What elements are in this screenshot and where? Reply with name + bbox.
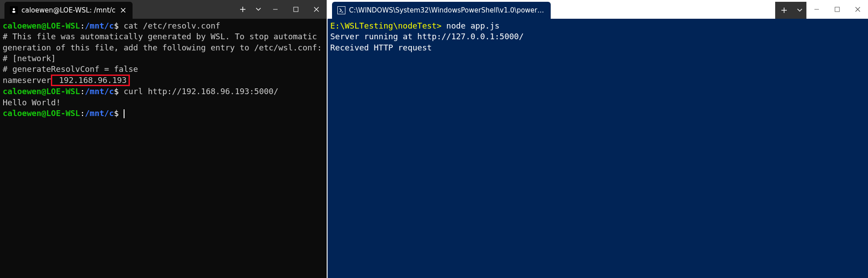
prompt-colon: : <box>80 108 85 118</box>
terminal-line: caloewen@LOE-WSL:/mnt/c$ curl http://192… <box>3 86 324 97</box>
command-text: cat /etc/resolv.conf <box>119 21 220 30</box>
maximize-button[interactable] <box>286 0 306 19</box>
wsl-tab[interactable]: caloewen@LOE-WSL: /mnt/c <box>4 2 133 19</box>
prompt-dollar: $ <box>114 108 119 118</box>
ps-terminal-body[interactable]: E:\WSLTesting\nodeTest> node app.jsServe… <box>328 19 868 278</box>
command-text: curl http://192.168.96.193:5000/ <box>119 87 278 96</box>
svg-point-1 <box>12 11 16 13</box>
terminal-line: # generateResolvConf = false <box>3 64 324 75</box>
terminal-line: E:\WSLTesting\nodeTest> node app.js <box>330 21 865 31</box>
tab-dropdown-button[interactable] <box>793 2 806 19</box>
linux-icon <box>10 6 18 14</box>
highlighted-ip: 192.168.96.193 <box>51 75 130 86</box>
cursor <box>124 109 125 118</box>
ps-titlebar-controls <box>775 0 868 19</box>
terminal-line: # This file was automatically generated … <box>3 31 324 53</box>
svg-rect-7 <box>294 7 298 12</box>
powershell-icon <box>337 6 345 14</box>
terminal-line: nameserver 192.168.96.193 <box>3 75 324 86</box>
window-close-button[interactable] <box>847 0 868 19</box>
prompt-path: /mnt/c <box>85 87 114 96</box>
prompt-dollar: $ <box>114 87 119 96</box>
ps-tab-title: C:\WINDOWS\System32\WindowsPowerShell\v1… <box>349 6 545 14</box>
prompt-user: caloewen@LOE-WSL <box>3 87 80 96</box>
minimize-button[interactable] <box>265 0 286 19</box>
prompt-path: /mnt/c <box>85 108 114 118</box>
minimize-button[interactable] <box>806 0 827 19</box>
terminal-line: Received HTTP request <box>330 42 865 53</box>
prompt-colon: : <box>80 87 85 96</box>
prompt-colon: : <box>80 21 85 30</box>
new-tab-button[interactable] <box>775 2 793 19</box>
ps-titlebar: C:\WINDOWS\System32\WindowsPowerShell\v1… <box>328 0 868 19</box>
window-close-button[interactable] <box>306 0 327 19</box>
prompt-path: /mnt/c <box>85 21 114 30</box>
svg-rect-14 <box>835 7 839 12</box>
wsl-terminal-window: caloewen@LOE-WSL: /mnt/c caloewen@LOE-WS… <box>0 0 328 278</box>
terminal-line: Server running at http://127.0.0.1:5000/ <box>330 31 865 42</box>
command-text <box>119 108 124 118</box>
wsl-terminal-body[interactable]: caloewen@LOE-WSL:/mnt/c$ cat /etc/resolv… <box>0 19 327 278</box>
terminal-line: caloewen@LOE-WSL:/mnt/c$ cat /etc/resolv… <box>3 21 324 31</box>
terminal-line: # [network] <box>3 53 324 64</box>
wsl-tab-title: caloewen@LOE-WSL: /mnt/c <box>21 6 116 14</box>
svg-point-0 <box>13 8 15 10</box>
maximize-button[interactable] <box>827 0 847 19</box>
output-text: nameserver <box>3 75 51 85</box>
prompt-dollar: $ <box>114 21 119 30</box>
prompt-user: caloewen@LOE-WSL <box>3 21 80 30</box>
ps-tab[interactable]: C:\WINDOWS\System32\WindowsPowerShell\v1… <box>332 2 551 19</box>
prompt-user: caloewen@LOE-WSL <box>3 108 80 118</box>
wsl-titlebar-controls <box>234 0 327 19</box>
terminal-line: Hello World! <box>3 97 324 108</box>
terminal-line: caloewen@LOE-WSL:/mnt/c$ <box>3 108 324 119</box>
wsl-titlebar: caloewen@LOE-WSL: /mnt/c <box>0 0 327 19</box>
command-text: node app.js <box>441 21 499 30</box>
tab-dropdown-button[interactable] <box>252 0 265 19</box>
powershell-terminal-window: C:\WINDOWS\System32\WindowsPowerShell\v1… <box>328 0 868 278</box>
new-tab-button[interactable] <box>234 0 252 19</box>
ps-prompt-path: E:\WSLTesting\nodeTest> <box>330 21 441 30</box>
close-icon[interactable] <box>119 6 127 14</box>
